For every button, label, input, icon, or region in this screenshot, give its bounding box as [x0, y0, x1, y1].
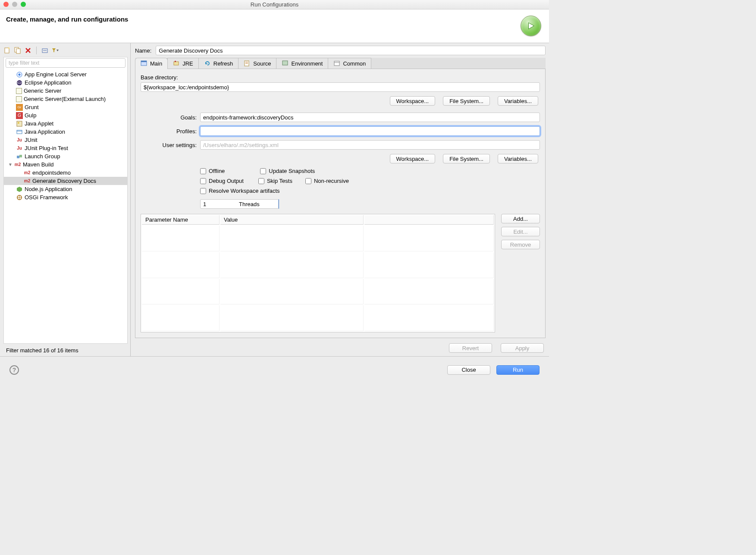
- variables-button-2[interactable]: Variables...: [498, 154, 538, 163]
- tab-label: Environment: [291, 60, 323, 67]
- tree-item[interactable]: App Engine Local Server: [4, 70, 127, 78]
- tree-item[interactable]: m2endpointsdemo: [4, 169, 127, 177]
- source-tab-icon: [244, 60, 251, 67]
- tab-main[interactable]: Main: [135, 58, 168, 69]
- tree-item[interactable]: Launch Group: [4, 152, 127, 160]
- tree-item-label: JUnit Plug-in Test: [25, 145, 68, 151]
- table-row[interactable]: [142, 279, 494, 305]
- header: Create, manage, and run configurations: [0, 9, 549, 43]
- goals-input[interactable]: [200, 113, 540, 122]
- page-title: Create, manage, and run configurations: [6, 16, 128, 23]
- skip-tests-checkbox[interactable]: Skip Tests: [258, 178, 292, 184]
- update-snapshots-checkbox[interactable]: Update Snapshots: [260, 168, 315, 174]
- tree-item[interactable]: Java Applet: [4, 119, 127, 128]
- add-param-button[interactable]: Add...: [501, 214, 540, 223]
- tab-source[interactable]: Source: [238, 58, 276, 69]
- table-row[interactable]: [142, 305, 494, 331]
- close-window-icon[interactable]: [3, 2, 9, 7]
- tree-item[interactable]: JuJUnit Plug-in Test: [4, 144, 127, 152]
- check-label: Offline: [209, 168, 225, 174]
- maven-icon: m2: [14, 161, 21, 168]
- base-dir-input[interactable]: [141, 82, 540, 92]
- params-table[interactable]: Parameter Name Value: [141, 214, 495, 332]
- workspace-button-2[interactable]: Workspace...: [390, 154, 436, 163]
- tree-item[interactable]: Generic Server: [4, 87, 127, 95]
- left-pane: App Engine Local Server Eclipse Applicat…: [0, 43, 131, 356]
- tab-common[interactable]: Common: [328, 58, 371, 69]
- config-tree[interactable]: App Engine Local Server Eclipse Applicat…: [3, 69, 128, 344]
- table-row[interactable]: [142, 226, 494, 251]
- right-pane: Name: Main JRE Refresh Source Environmen…: [131, 43, 549, 356]
- junit-plugin-icon: Ju: [16, 145, 23, 152]
- tree-item-selected[interactable]: m2Generate Discovery Docs: [4, 177, 127, 185]
- table-row[interactable]: [142, 252, 494, 278]
- name-input[interactable]: [156, 46, 546, 55]
- tree-item[interactable]: Generic Server(External Launch): [4, 95, 127, 103]
- svg-rect-2: [16, 49, 20, 53]
- filesystem-button-2[interactable]: File System...: [443, 154, 490, 163]
- threads-stepper[interactable]: ▲ ▼: [200, 199, 234, 209]
- revert-button: Revert: [449, 343, 492, 353]
- filesystem-button[interactable]: File System...: [443, 96, 490, 106]
- tab-refresh[interactable]: Refresh: [198, 58, 239, 69]
- server-icon: [16, 96, 22, 102]
- col-parameter-name[interactable]: Parameter Name: [142, 215, 220, 225]
- profiles-label: Profiles:: [141, 128, 197, 135]
- filter-dropdown-icon[interactable]: [51, 47, 59, 54]
- svg-rect-8: [17, 121, 22, 126]
- profiles-input[interactable]: [200, 126, 540, 136]
- junit-icon: Ju: [16, 137, 23, 144]
- window-titlebar: Run Configurations: [0, 0, 549, 9]
- tree-item[interactable]: GrGrunt: [4, 103, 127, 111]
- edit-param-button: Edit...: [501, 227, 540, 236]
- minimize-window-icon: [12, 2, 17, 7]
- offline-checkbox[interactable]: Offline: [200, 168, 225, 174]
- tree-item[interactable]: GGulp: [4, 111, 127, 119]
- tab-label: Refresh: [213, 60, 233, 67]
- eclipse-icon: [16, 79, 23, 86]
- col-value[interactable]: Value: [220, 215, 364, 225]
- run-button[interactable]: Run: [496, 365, 540, 375]
- tree-item[interactable]: OSGi Framework: [4, 193, 127, 201]
- osgi-icon: [16, 194, 23, 201]
- delete-config-icon[interactable]: [24, 47, 32, 54]
- tab-jre[interactable]: JRE: [167, 58, 199, 69]
- debug-output-checkbox[interactable]: Debug Output: [200, 178, 244, 184]
- usersettings-label: User settings:: [141, 142, 197, 148]
- non-recursive-checkbox[interactable]: Non-recursive: [305, 178, 349, 184]
- tree-item-label: Eclipse Application: [25, 79, 71, 86]
- help-icon[interactable]: ?: [9, 365, 19, 375]
- tree-item[interactable]: Eclipse Application: [4, 78, 127, 87]
- tab-label: JRE: [182, 60, 193, 67]
- collapse-all-icon[interactable]: [41, 47, 49, 54]
- check-label: Skip Tests: [267, 178, 292, 184]
- disclosure-icon[interactable]: ▼: [8, 162, 13, 167]
- tree-item[interactable]: Node.js Application: [4, 185, 127, 193]
- tree-item-label: Grunt: [25, 104, 39, 110]
- duplicate-config-icon[interactable]: [14, 47, 22, 54]
- resolve-artifacts-checkbox[interactable]: Resolve Workspace artifacts: [200, 188, 280, 194]
- name-label: Name:: [135, 47, 151, 54]
- usersettings-input[interactable]: [200, 140, 540, 150]
- java-icon: [16, 129, 23, 135]
- tree-item[interactable]: Java Application: [4, 128, 127, 136]
- svg-rect-20: [175, 61, 176, 62]
- new-config-icon[interactable]: [3, 47, 11, 54]
- tree-item[interactable]: JuJUnit: [4, 136, 127, 144]
- tree-item-label: OSGi Framework: [25, 194, 68, 201]
- svg-rect-24: [282, 61, 288, 65]
- tabbar: Main JRE Refresh Source Environment Comm…: [135, 58, 546, 69]
- left-toolbar: [3, 46, 128, 57]
- variables-button[interactable]: Variables...: [498, 96, 538, 106]
- workspace-button[interactable]: Workspace...: [390, 96, 436, 106]
- zoom-window-icon[interactable]: [21, 2, 26, 7]
- tree-item-label: Maven Build: [23, 161, 54, 168]
- toolbar-separator: [36, 47, 37, 54]
- filter-input[interactable]: [6, 58, 125, 68]
- close-button[interactable]: Close: [447, 365, 490, 375]
- tree-item-maven[interactable]: ▼m2Maven Build: [4, 160, 127, 169]
- common-tab-icon: [333, 60, 340, 67]
- tree-item-label: JUnit: [25, 137, 38, 143]
- tab-environment[interactable]: Environment: [276, 58, 328, 69]
- remove-param-button: Remove: [501, 240, 540, 249]
